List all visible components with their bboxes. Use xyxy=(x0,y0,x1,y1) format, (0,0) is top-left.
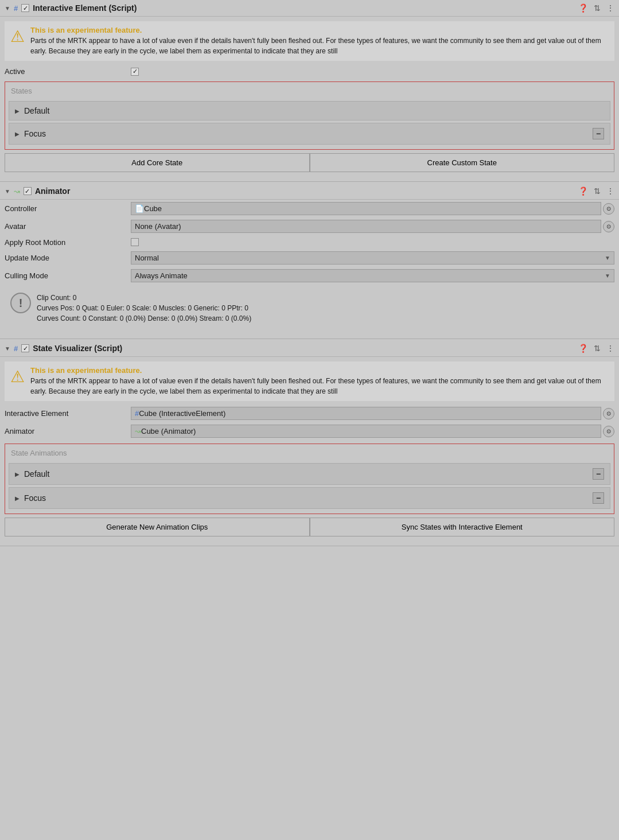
sv-animator-circle-btn[interactable]: ⊙ xyxy=(603,426,614,437)
sv-checkbox[interactable]: ✓ xyxy=(21,344,29,352)
active-value: ✓ xyxy=(131,67,614,76)
avatar-circle-btn[interactable]: ⊙ xyxy=(603,221,614,232)
warning-body: Parts of the MRTK appear to have a lot o… xyxy=(30,36,609,56)
animator-header-icons: ❓ ⇅ ⋮ xyxy=(578,186,614,196)
avatar-row: Avatar None (Avatar) ⊙ xyxy=(0,217,619,235)
sv-warning-content: This is an experimental feature. Parts o… xyxy=(30,366,609,396)
sa-state-item-default: ▶ Default − xyxy=(9,463,610,485)
ie-hash-icon: # xyxy=(135,409,139,418)
animator-settings-icon[interactable]: ⇅ xyxy=(594,186,601,196)
collapse-triangle-icon[interactable]: ▼ xyxy=(5,5,10,11)
state-visualizer-header: ▼ # ✓ State Visualizer (Script) ❓ ⇅ ⋮ xyxy=(0,340,619,357)
info-line-2: Curves Pos: 0 Quat: 0 Euler: 0 Scale: 0 … xyxy=(37,303,251,313)
sv-animator-value: ↝ Cube (Animator) ⊙ xyxy=(131,425,614,438)
animator-collapse-icon[interactable]: ▼ xyxy=(5,188,10,195)
sa-state-item-left-default: ▶ Default xyxy=(15,469,49,479)
avatar-label: Avatar xyxy=(5,222,131,231)
avatar-input[interactable]: None (Avatar) xyxy=(131,220,601,233)
warning-box: ⚠ This is an experimental feature. Parts… xyxy=(5,21,614,61)
sa-state-item-left-focus: ▶ Focus xyxy=(15,493,46,503)
active-label: Active xyxy=(5,67,131,76)
controller-text: Cube xyxy=(144,204,162,213)
culling-mode-value: Always Animate ▼ xyxy=(131,269,614,282)
culling-mode-arrow-icon: ▼ xyxy=(605,273,610,279)
sv-animator-label: Animator xyxy=(5,427,131,435)
active-checkbox[interactable]: ✓ xyxy=(131,68,139,76)
ie-field-text: Cube (InteractiveElement) xyxy=(139,409,225,418)
header-icons: ❓ ⇅ ⋮ xyxy=(578,3,614,13)
sa-focus-remove-button[interactable]: − xyxy=(593,492,604,504)
animator-body: Controller 📄 Cube ⊙ Avatar None (Avatar)… xyxy=(0,200,619,334)
sv-bottom-buttons: Generate New Animation Clips Sync States… xyxy=(5,518,614,536)
animator-icon: ↝ xyxy=(14,187,20,196)
controller-input[interactable]: 📄 Cube xyxy=(131,202,601,215)
animator-checkbox[interactable]: ✓ xyxy=(24,187,32,195)
animator-panel: ▼ ↝ ✓ Animator ❓ ⇅ ⋮ Controller 📄 Cube ⊙… xyxy=(0,183,619,339)
state-item-focus: ▶ Focus − xyxy=(9,123,610,145)
sv-collapse-icon[interactable]: ▼ xyxy=(5,345,10,352)
ie-field-input[interactable]: # Cube (InteractiveElement) xyxy=(131,407,601,420)
sv-animator-text: Cube (Animator) xyxy=(141,427,196,435)
sv-settings-icon[interactable]: ⇅ xyxy=(594,344,601,353)
help-icon[interactable]: ❓ xyxy=(578,3,588,13)
apply-root-motion-value xyxy=(131,238,614,246)
state-name-default: Default xyxy=(24,106,49,115)
update-mode-text: Normal xyxy=(135,254,159,262)
culling-mode-dropdown[interactable]: Always Animate ▼ xyxy=(131,269,614,282)
culling-mode-label: Culling Mode xyxy=(5,271,131,280)
create-custom-state-button[interactable]: Create Custom State xyxy=(310,153,615,172)
update-mode-value: Normal ▼ xyxy=(131,251,614,265)
more-icon[interactable]: ⋮ xyxy=(606,3,614,13)
warning-icon: ⚠ xyxy=(10,27,25,46)
sv-help-icon[interactable]: ❓ xyxy=(578,344,588,353)
settings-icon[interactable]: ⇅ xyxy=(594,3,601,13)
sv-warning-box: ⚠ This is an experimental feature. Parts… xyxy=(5,361,614,401)
state-item-default: ▶ Default xyxy=(9,101,610,120)
animator-title: Animator xyxy=(35,186,575,196)
controller-row: Controller 📄 Cube ⊙ xyxy=(0,200,619,217)
controller-circle-btn[interactable]: ⊙ xyxy=(603,203,614,215)
update-mode-label: Update Mode xyxy=(5,254,131,262)
avatar-value: None (Avatar) ⊙ xyxy=(131,220,614,233)
sv-animator-input[interactable]: ↝ Cube (Animator) xyxy=(131,425,601,438)
sv-more-icon[interactable]: ⋮ xyxy=(606,344,614,353)
states-title: States xyxy=(7,84,612,99)
states-section: States ▶ Default ▶ Focus − xyxy=(5,81,614,150)
sync-states-button[interactable]: Sync States with Interactive Element xyxy=(310,518,615,536)
sa-state-triangle-default[interactable]: ▶ xyxy=(15,471,20,477)
update-mode-dropdown[interactable]: Normal ▼ xyxy=(131,251,614,265)
state-triangle-default[interactable]: ▶ xyxy=(15,108,20,114)
interactive-element-header: ▼ # ✓ Interactive Element (Script) ❓ ⇅ ⋮ xyxy=(0,0,619,17)
apply-root-motion-row: Apply Root Motion xyxy=(0,235,619,249)
sv-animator-icon: ↝ xyxy=(135,427,141,435)
animator-header: ▼ ↝ ✓ Animator ❓ ⇅ ⋮ xyxy=(0,183,619,200)
sa-state-name-default: Default xyxy=(24,469,49,479)
culling-mode-row: Culling Mode Always Animate ▼ xyxy=(0,267,619,285)
state-triangle-focus[interactable]: ▶ xyxy=(15,131,20,137)
sa-state-triangle-focus[interactable]: ▶ xyxy=(15,495,20,501)
info-line-1: Clip Count: 0 xyxy=(37,293,251,303)
sv-animator-row: Animator ↝ Cube (Animator) ⊙ xyxy=(0,422,619,440)
state-visualizer-panel: ▼ # ✓ State Visualizer (Script) ❓ ⇅ ⋮ ⚠ … xyxy=(0,340,619,546)
animator-more-icon[interactable]: ⋮ xyxy=(606,186,614,196)
ie-circle-btn[interactable]: ⊙ xyxy=(603,408,614,419)
update-mode-arrow-icon: ▼ xyxy=(605,255,610,261)
animator-help-icon[interactable]: ❓ xyxy=(578,186,588,196)
apply-root-motion-checkbox[interactable] xyxy=(131,238,139,246)
active-row: Active ✓ xyxy=(0,64,619,78)
generate-clips-button[interactable]: Generate New Animation Clips xyxy=(5,518,310,536)
update-mode-row: Update Mode Normal ▼ xyxy=(0,249,619,267)
sa-default-remove-button[interactable]: − xyxy=(593,468,604,480)
culling-mode-text: Always Animate xyxy=(135,271,188,280)
sa-state-item-focus: ▶ Focus − xyxy=(9,487,610,509)
focus-remove-button[interactable]: − xyxy=(593,128,604,139)
avatar-text: None (Avatar) xyxy=(135,222,181,231)
panel-checkbox[interactable]: ✓ xyxy=(21,4,29,12)
interactive-element-panel: ▼ # ✓ Interactive Element (Script) ❓ ⇅ ⋮… xyxy=(0,0,619,182)
state-name-focus: Focus xyxy=(24,129,46,138)
animator-info-box: ! Clip Count: 0 Curves Pos: 0 Quat: 0 Eu… xyxy=(5,288,614,328)
ie-field-label: Interactive Element xyxy=(5,409,131,418)
info-text-content: Clip Count: 0 Curves Pos: 0 Quat: 0 Eule… xyxy=(37,293,251,324)
add-core-state-button[interactable]: Add Core State xyxy=(5,153,310,172)
ie-field-value: # Cube (InteractiveElement) ⊙ xyxy=(131,407,614,420)
